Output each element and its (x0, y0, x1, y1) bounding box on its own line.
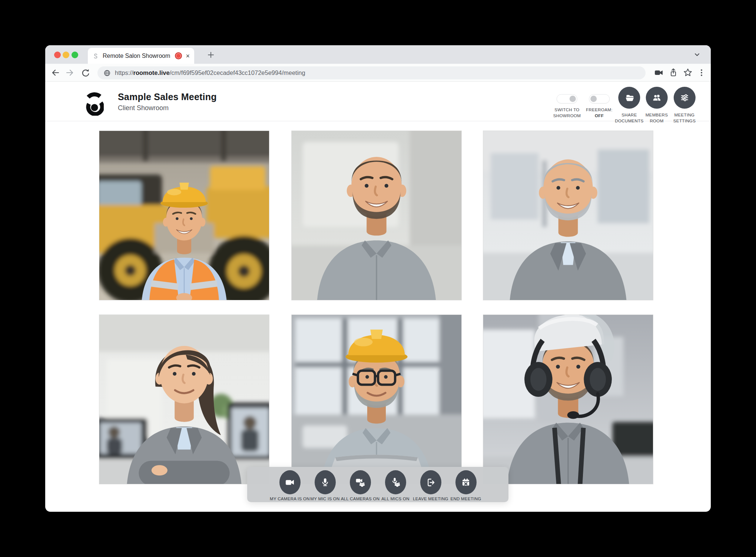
share-documents-label: SHARE DOCUMENTS (615, 112, 643, 124)
browser-tab[interactable]: Remote Salon Showroom × (88, 48, 194, 64)
members-room-control: MEMBERS ROOM (646, 82, 668, 121)
tab-close-icon[interactable]: × (186, 53, 190, 59)
all-mics-button[interactable] (385, 470, 406, 494)
toggle-knob (569, 96, 576, 102)
leave-meeting-button[interactable] (420, 470, 441, 494)
tab-media-camera-icon[interactable] (653, 67, 665, 78)
meeting-settings-label: MEETING SETTINGS (673, 112, 696, 124)
participant-video-4[interactable] (99, 314, 269, 484)
people-icon (651, 92, 662, 103)
end-meeting-control: END MEETING (454, 467, 477, 502)
my-camera-icon (285, 477, 295, 488)
toggle-knob (590, 96, 597, 102)
all-mics-control: ALL MICS ON (384, 467, 407, 502)
my-camera-label: MY CAMERA IS ON (270, 497, 310, 501)
participant-video-3[interactable] (483, 131, 653, 300)
participant-video-5[interactable] (291, 314, 462, 484)
my-camera-control: MY CAMERA IS ON (278, 467, 301, 502)
leave-meeting-control: LEAVE MEETING (419, 467, 442, 502)
all-mics-icon (390, 477, 401, 488)
all-cameras-button[interactable] (350, 470, 371, 494)
traffic-light-zoom[interactable] (72, 52, 78, 58)
end-meeting-icon (461, 477, 471, 488)
folder-icon (624, 92, 635, 103)
sliders-icon (679, 92, 690, 103)
participant-video-1[interactable] (99, 131, 269, 300)
browser-toolbar: https://roomote.live/cm/f69f595ef02cecad… (45, 64, 711, 82)
share-documents-control: SHARE DOCUMENTS (615, 82, 643, 121)
freeroam-label: FREEROAM: OFF (586, 107, 613, 119)
new-tab-button[interactable] (205, 50, 217, 60)
forward-button[interactable] (64, 67, 76, 78)
freeroam-control: FREEROAM: OFF (586, 82, 613, 121)
all-cameras-label: ALL CAMERAS ON (341, 497, 380, 501)
switch-to-showroom-label: SWITCH TO SHOWROOM (553, 107, 581, 119)
end-meeting-button[interactable] (455, 470, 477, 494)
url-bar[interactable]: https://roomote.live/cm/f69f595ef02cecad… (97, 66, 646, 79)
leave-meeting-label: LEAVE MEETING (413, 497, 448, 501)
my-mic-control: MY MIC IS ON (314, 467, 336, 502)
my-camera-button[interactable] (279, 470, 301, 494)
leave-meeting-icon (425, 477, 436, 488)
recording-indicator-icon (175, 52, 182, 59)
switch-to-showroom-control: SWITCH TO SHOWROOM (553, 82, 581, 121)
browser-menu-icon[interactable] (696, 67, 707, 78)
url-text: https://roomote.live/cm/f69f595ef02cecad… (115, 69, 305, 76)
participant-video-6[interactable] (483, 314, 653, 484)
switch-to-showroom-toggle[interactable] (557, 94, 577, 103)
all-cameras-icon (355, 477, 365, 488)
meeting-subtitle: Client Showroom (118, 104, 217, 112)
bookmark-star-icon[interactable] (682, 67, 694, 78)
my-mic-icon (320, 477, 330, 488)
meeting-control-bar: MY CAMERA IS ON MY MIC IS ON ALL CAMERAS… (247, 467, 508, 502)
share-page-icon[interactable] (667, 67, 679, 78)
meeting-settings-button[interactable] (674, 87, 696, 109)
meeting-title: Sample Sales Meeting (118, 92, 217, 102)
tab-search-chevron-icon[interactable] (692, 49, 703, 60)
meeting-settings-control: MEETING SETTINGS (673, 82, 696, 121)
all-cameras-control: ALL CAMERAS ON (349, 467, 372, 502)
reload-button[interactable] (79, 67, 91, 78)
roomote-logo-icon (84, 91, 104, 116)
traffic-light-close[interactable] (54, 52, 61, 58)
members-room-button[interactable] (646, 87, 667, 109)
globe-icon (103, 69, 111, 77)
end-meeting-label: END MEETING (450, 497, 481, 501)
my-mic-label: MY MIC IS ON (310, 497, 339, 501)
browser-tab-strip: Remote Salon Showroom × (45, 45, 711, 64)
members-room-label: MEMBERS ROOM (646, 112, 668, 124)
back-button[interactable] (50, 67, 62, 78)
share-documents-button[interactable] (618, 87, 640, 109)
my-mic-button[interactable] (315, 470, 336, 494)
tab-favicon-icon (92, 53, 99, 59)
traffic-light-minimize[interactable] (63, 52, 69, 58)
meeting-header: Sample Sales Meeting Client Showroom SWI… (45, 82, 711, 121)
participant-video-2[interactable] (291, 131, 462, 300)
browser-window: Remote Salon Showroom × https://roomote.… (45, 45, 711, 512)
meeting-title-block: Sample Sales Meeting Client Showroom (118, 92, 217, 112)
tab-title: Remote Salon Showroom (103, 53, 173, 59)
all-mics-label: ALL MICS ON (381, 497, 410, 501)
freeroam-toggle[interactable] (589, 94, 610, 103)
